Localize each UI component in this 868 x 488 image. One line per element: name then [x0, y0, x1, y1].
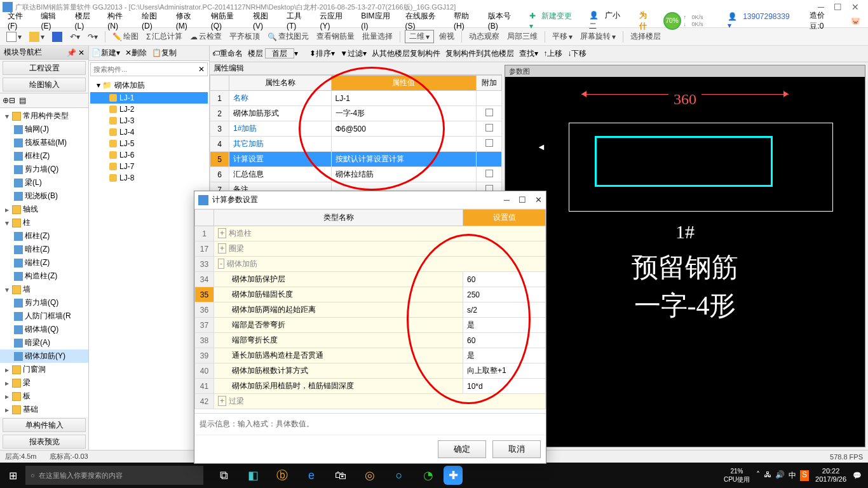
dialog-row[interactable]: 39通长加筋遇构造柱是否贯通是 — [195, 348, 546, 363]
nav-tree-item[interactable]: 筏板基础(M) — [0, 136, 88, 149]
menu-version[interactable]: 版本号(B) — [484, 10, 524, 32]
nav-tree-item[interactable]: 梁(L) — [0, 176, 88, 189]
menu-online[interactable]: 在线服务(S) — [402, 10, 449, 32]
nav-tree-item[interactable]: 框柱(Z) — [0, 149, 88, 163]
menu-view[interactable]: 视图(V) — [249, 10, 281, 32]
comp-del-button[interactable]: ✕删除 — [125, 48, 147, 58]
component-item[interactable]: LJ-6 — [90, 149, 208, 161]
save-button[interactable] — [50, 30, 65, 43]
dialog-row[interactable]: 40砌体加筋根数计算方式向上取整+1 — [195, 363, 546, 379]
menu-bim[interactable]: BIM应用(I) — [357, 10, 400, 32]
sort-button[interactable]: ⬍排序▾ — [309, 48, 335, 59]
menu-edit[interactable]: 编辑(E) — [37, 10, 69, 32]
taskbar-search[interactable]: ○ 在这里输入你要搜索的内容 — [25, 466, 203, 485]
nav-tree-item[interactable]: 暗梁(A) — [0, 336, 88, 349]
dialog-row[interactable]: 42+过梁 — [195, 394, 546, 409]
new-change-button[interactable]: ✚ 新建变更 ▾ — [526, 10, 585, 32]
component-item[interactable]: LJ-7 — [90, 161, 208, 172]
start-button[interactable]: ⊞ — [0, 463, 25, 488]
pin-icon[interactable]: 📌 ✕ — [67, 48, 85, 57]
menu-cloud[interactable]: 云应用(Y) — [316, 10, 356, 32]
dialog-row[interactable]: 41砌体加筋采用植筋时，植筋锚固深度10*d — [195, 379, 546, 394]
translate-button[interactable]: 平移▾ — [550, 30, 575, 43]
task-view-icon[interactable]: ⧉ — [210, 463, 238, 488]
property-table[interactable]: 属性名称 属性值 附加 1名称LJ-12砌体加筋形式一字-4形31#加筋Φ6@5… — [210, 75, 502, 198]
nav-tree-item[interactable]: 砌体加筋(Y) — [0, 349, 88, 363]
find-element-button[interactable]: 🔍查找图元 — [265, 30, 311, 43]
search-clear-icon[interactable]: ✕ — [198, 65, 205, 74]
select-floor-button[interactable]: 选择楼层 — [628, 30, 663, 43]
project-settings-button[interactable]: 工程设置 — [3, 61, 86, 75]
nav-tree-item[interactable]: ▸板 — [0, 390, 88, 403]
component-item[interactable]: LJ-4 — [90, 126, 208, 138]
sum-button[interactable]: Σ 汇总计算 — [144, 30, 185, 43]
component-tree[interactable]: ▾ 📁 砌体加筋LJ-1LJ-2LJ-3LJ-4LJ-5LJ-6LJ-7LJ-8 — [89, 78, 209, 450]
dialog-minimize[interactable]: ─ — [504, 195, 510, 205]
nav-tree-item[interactable]: ▸其它 — [0, 416, 88, 417]
draw-input-button[interactable]: 绘图输入 — [3, 78, 86, 92]
tray-up-icon[interactable]: ˄ — [756, 470, 760, 481]
nav-tree-item[interactable]: 构造柱(Z) — [0, 269, 88, 283]
component-item[interactable]: LJ-5 — [90, 138, 208, 149]
menu-modify[interactable]: 修改(M) — [172, 10, 206, 32]
property-row[interactable]: 4其它加筋 — [210, 137, 502, 152]
cancel-button[interactable]: 取消 — [492, 440, 541, 458]
taskbar-edge-icon[interactable]: e — [297, 463, 325, 488]
find-button[interactable]: 查找▾ — [519, 48, 538, 59]
menu-help[interactable]: 帮助(H) — [450, 10, 483, 32]
bird-view-button[interactable]: 俯视 — [437, 30, 457, 43]
property-row[interactable]: 1名称LJ-1 — [210, 91, 502, 106]
component-search[interactable]: ✕ — [90, 62, 208, 76]
dialog-row[interactable]: 1+构造柱 — [195, 226, 546, 241]
tray-icons[interactable]: ˄ 🖧 🔊 中 S — [756, 470, 809, 481]
dialog-row[interactable]: 33-砌体加筋 — [195, 257, 546, 272]
comp-copy-button[interactable]: 📋复制 — [152, 48, 177, 58]
local-3d-button[interactable]: 局部三维 — [505, 30, 540, 43]
move-down-button[interactable]: ↓下移 — [567, 48, 587, 59]
nav-tree-item[interactable]: ▸基础 — [0, 403, 88, 416]
copy-to-button[interactable]: 复制构件到其他楼层 — [445, 48, 514, 59]
dialog-table[interactable]: 类型名称 设置值 1+构造柱17+圈梁33-砌体加筋34砌体加筋保护层6035砌… — [194, 209, 546, 409]
dialog-row[interactable]: 35砌体加筋锚固长度250 — [195, 287, 546, 302]
tray-cpu[interactable]: 21%CPU使用 — [724, 467, 750, 484]
taskbar-app-6[interactable]: ✚ — [444, 466, 463, 485]
nav-tree-item[interactable]: 暗柱(Z) — [0, 243, 88, 256]
property-row[interactable]: 2砌体加筋形式一字-4形 — [210, 106, 502, 121]
component-item[interactable]: LJ-8 — [90, 172, 208, 184]
menu-draw[interactable]: 绘图(D) — [138, 10, 171, 32]
tray-network-icon[interactable]: 🖧 — [764, 470, 771, 481]
single-component-button[interactable]: 单构件输入 — [3, 418, 86, 432]
component-search-input[interactable] — [93, 65, 198, 73]
property-row[interactable]: 31#加筋Φ6@500 — [210, 121, 502, 137]
menu-file[interactable]: 文件(F) — [4, 10, 36, 32]
tray-volume-icon[interactable]: 🔊 — [775, 470, 785, 481]
property-row[interactable]: 5计算设置按默认计算设置计算 — [210, 152, 502, 167]
component-item[interactable]: LJ-2 — [90, 104, 208, 115]
dialog-maximize[interactable]: ☐ — [519, 195, 526, 205]
nav-tree-item[interactable]: ▾柱 — [0, 216, 88, 229]
ok-button[interactable]: 确定 — [438, 440, 486, 458]
nav-tree-item[interactable]: ▸梁 — [0, 376, 88, 390]
user-label[interactable]: 👤 广小二 — [585, 9, 634, 33]
batch-select-button[interactable]: 批量选择 — [360, 30, 395, 43]
floor-dropdown[interactable]: 楼层 首层▾ — [248, 48, 298, 59]
dialog-close[interactable]: ✕ — [535, 195, 542, 205]
copy-from-button[interactable]: 从其他楼层复制构件 — [372, 48, 440, 59]
open-button[interactable]: ▾ — [27, 30, 47, 43]
taskbar-app-5[interactable]: ◔ — [414, 463, 442, 488]
component-item[interactable]: LJ-1 — [90, 92, 208, 104]
phone-label[interactable]: 👤 13907298339 ▾ — [724, 11, 801, 31]
undo-button[interactable]: ↶▾ — [67, 31, 83, 43]
nav-tree-item[interactable]: ▾墙 — [0, 283, 88, 296]
dialog-row[interactable]: 36砌体加筋两端的起始距离s/2 — [195, 302, 546, 318]
new-doc-button[interactable]: ▾ — [4, 30, 24, 43]
dynamic-view-button[interactable]: 动态观察 — [466, 30, 502, 43]
dialog-row[interactable]: 17+圈梁 — [195, 241, 546, 257]
dialog-row[interactable]: 38端部弯折长度60 — [195, 333, 546, 348]
rotate-screen-button[interactable]: 屏幕旋转▾ — [578, 30, 618, 43]
dialog-row[interactable]: 34砌体加筋保护层60 — [195, 272, 546, 287]
nav-tree[interactable]: ▾常用构件类型轴网(J)筏板基础(M)框柱(Z)剪力墙(Q)梁(L)现浇板(B)… — [0, 108, 88, 417]
nav-tree-item[interactable]: 现浇板(B) — [0, 189, 88, 203]
filter-button[interactable]: ▼过滤▾ — [340, 48, 367, 59]
taskbar-app-1[interactable]: ◧ — [239, 463, 267, 488]
